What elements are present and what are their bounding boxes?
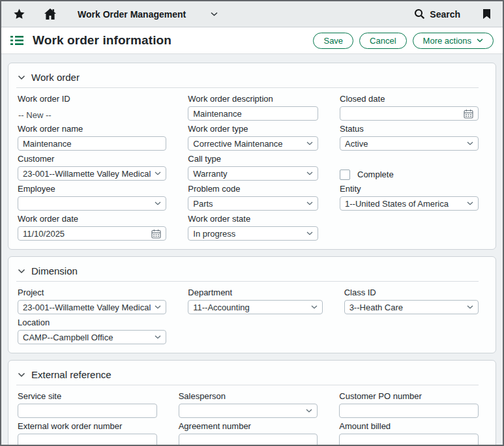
chevron-down-icon (311, 305, 318, 309)
form-content: Work order Work order ID -- New -- Work … (1, 54, 503, 446)
chevron-down-icon (306, 409, 312, 413)
chevron-down-icon (306, 141, 313, 145)
field-agreement-number: Agreement number (179, 421, 318, 446)
search-label: Search (430, 9, 460, 20)
field-label: Status (340, 124, 479, 134)
chevron-down-icon (211, 12, 218, 16)
work-order-panel: Work order Work order ID -- New -- Work … (8, 63, 496, 250)
chevron-down-icon (306, 171, 313, 175)
collapse-chevron-icon[interactable] (18, 372, 25, 378)
external-work-order-number-input[interactable] (23, 436, 152, 446)
work-order-name-input[interactable] (23, 139, 161, 149)
field-label: Project (18, 288, 166, 298)
field-customer: Customer 23-001--Willamette Valley Medic… (18, 154, 166, 181)
field-label: Closed date (340, 94, 479, 104)
field-entity: Entity 1--United States of America (340, 184, 479, 211)
field-problem-code: Problem code Parts (188, 184, 318, 211)
field-label: Class ID (344, 288, 479, 298)
page-title: Work order information (33, 33, 171, 48)
field-label: Department (188, 288, 322, 298)
collapse-chevron-icon[interactable] (18, 75, 25, 80)
complete-checkbox[interactable] (340, 170, 350, 180)
work-order-type-select[interactable]: Corrective Maintenance (188, 136, 318, 151)
field-call-type: Call type Warranty (188, 154, 318, 181)
employee-select[interactable] (18, 196, 166, 211)
agreement-number-input[interactable] (184, 436, 313, 446)
field-employee: Employee (18, 184, 166, 211)
field-label: Work order name (18, 124, 166, 134)
amount-billed-input[interactable] (344, 436, 473, 446)
calendar-icon[interactable] (151, 229, 161, 239)
field-label: Service site (18, 391, 157, 402)
collapse-chevron-icon[interactable] (18, 269, 25, 274)
salesperson-select[interactable] (179, 404, 318, 418)
calendar-icon[interactable] (464, 109, 473, 119)
service-site-input[interactable] (23, 406, 152, 416)
closed-date-input[interactable] (345, 109, 460, 119)
field-service-site: Service site (18, 391, 157, 418)
field-work-order-date: Work order date (18, 214, 166, 241)
dimension-section-header: Dimension (16, 263, 479, 282)
field-label: Problem code (188, 184, 318, 194)
dimension-panel: Dimension Project 23-001--Willamette Val… (8, 256, 496, 353)
status-select[interactable]: Active (340, 136, 479, 151)
field-location: Location CAMP--Campbell Office (18, 318, 166, 344)
chevron-down-icon (155, 201, 161, 205)
field-salesperson: Salesperson (179, 391, 318, 418)
work-order-date-input[interactable] (23, 229, 147, 239)
field-customer-po-number: Customer PO number (339, 391, 479, 418)
class-id-select[interactable]: 3--Heath Care (344, 300, 479, 314)
field-status: Status Active (340, 124, 479, 151)
work-order-state-select[interactable]: In progress (188, 226, 318, 241)
customer-po-number-input[interactable] (344, 406, 473, 416)
field-work-order-state: Work order state In progress (188, 214, 318, 241)
field-complete: Complete (340, 168, 479, 181)
section-title: Work order (31, 72, 80, 83)
complete-label: Complete (357, 170, 394, 179)
app-module-label: Work Order Management (78, 9, 186, 20)
bookmark-icon[interactable] (482, 8, 491, 20)
work-order-section-header: Work order (16, 69, 479, 88)
save-button[interactable]: Save (313, 33, 353, 49)
entity-select[interactable]: 1--United States of America (340, 196, 479, 211)
field-amount-billed: Amount billed (339, 421, 479, 446)
field-label: Customer PO number (339, 391, 479, 402)
search-icon (414, 8, 425, 20)
problem-code-select[interactable]: Parts (188, 196, 318, 211)
cancel-button[interactable]: Cancel (359, 33, 406, 49)
chevron-down-icon (467, 201, 473, 205)
field-department: Department 11--Accounting (188, 288, 322, 314)
search-button[interactable]: Search (414, 8, 460, 20)
field-label: Amount billed (339, 421, 479, 432)
field-work-order-description: Work order description (188, 94, 318, 121)
home-icon[interactable] (44, 8, 57, 20)
section-title: Dimension (31, 265, 78, 276)
project-select[interactable]: 23-001--Willamette Valley Medical (18, 300, 166, 314)
field-label: Call type (188, 154, 318, 164)
chevron-down-icon (155, 171, 161, 175)
field-label: Salesperson (179, 391, 318, 402)
app-module-dropdown[interactable]: Work Order Management (78, 9, 218, 20)
field-label: Work order type (188, 124, 318, 134)
field-work-order-name: Work order name (18, 124, 166, 151)
field-class-id: Class ID 3--Heath Care (344, 288, 479, 314)
field-label: Entity (340, 184, 479, 194)
field-work-order-type: Work order type Corrective Maintenance (188, 124, 318, 151)
chevron-down-icon (306, 201, 313, 205)
field-closed-date: Closed date (340, 94, 479, 121)
department-select[interactable]: 11--Accounting (188, 300, 322, 314)
chevron-down-icon (477, 38, 483, 42)
top-navigation-bar: Work Order Management Search (1, 1, 503, 27)
location-select[interactable]: CAMP--Campbell Office (18, 330, 166, 344)
record-list-icon[interactable] (10, 35, 23, 46)
work-order-description-input[interactable] (193, 109, 313, 119)
chevron-down-icon (155, 305, 161, 309)
customer-select[interactable]: 23-001--Willamette Valley Medical (18, 166, 166, 181)
more-actions-button[interactable]: More actions (413, 33, 494, 49)
favorites-star-icon[interactable] (13, 8, 25, 20)
field-label: Work order state (188, 214, 318, 224)
call-type-select[interactable]: Warranty (188, 166, 318, 181)
field-label: External work order number (18, 421, 157, 432)
field-label: Location (18, 318, 166, 328)
field-label: Customer (18, 154, 166, 164)
